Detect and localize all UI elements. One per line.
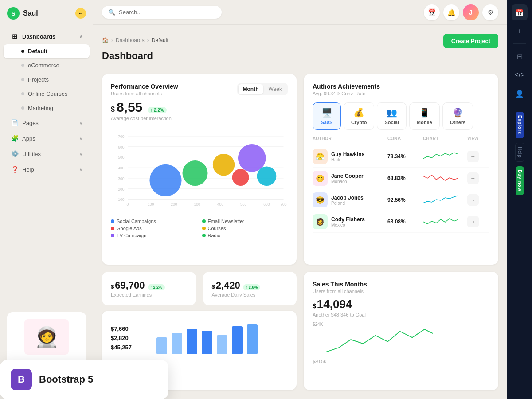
sidebar-item-label: eCommerce — [28, 62, 59, 69]
mini-chart — [423, 172, 458, 185]
svg-text:700: 700 — [280, 202, 287, 207]
legend-dot — [202, 227, 206, 230]
sidebar-item-online-courses[interactable]: Online Courses — [4, 87, 90, 101]
author-country: Poland — [331, 201, 364, 206]
col-view: VIEW — [467, 136, 489, 141]
perf-title: Performance Overview — [111, 83, 178, 90]
view-button[interactable]: → — [467, 172, 479, 184]
authors-card: Authors Achievements Avg. 69.34% Conv. R… — [304, 74, 498, 265]
rs-user-button[interactable]: 👤 — [512, 86, 528, 102]
sales-value: 14,094 — [317, 297, 352, 311]
sidebar-item-label: Default — [28, 48, 47, 55]
rs-code-button[interactable]: </> — [512, 67, 528, 83]
sales-goal: Another $48,346 to Goal — [313, 312, 489, 317]
avatar: 😤 — [313, 149, 328, 164]
topbar: 🔍 📅 🔔 J ⚙ — [93, 0, 507, 25]
sidebar-item-help[interactable]: ❓ Help ∨ — [4, 162, 90, 177]
buynow-button[interactable]: Buy now — [516, 166, 524, 195]
author-name: Jane Cooper — [331, 173, 364, 179]
right-sidebar: 📅 ＋ ⊞ </> 👤 Explore Help Buy now — [507, 0, 532, 399]
mini-chart — [423, 215, 458, 228]
author-tab-mobile[interactable]: 📱 Mobile — [409, 102, 440, 130]
stat-badge: ↑ 2.2% — [148, 284, 165, 290]
authors-table-header: AUTHOR CONV. CHART VIEW — [313, 134, 489, 143]
welcome-illustration: 🧑‍🚀 — [24, 319, 69, 355]
rs-calendar-button[interactable]: 📅 — [512, 4, 528, 20]
calendar-button[interactable]: 📅 — [424, 4, 440, 20]
rs-grid-button[interactable]: ⊞ — [512, 48, 528, 64]
create-project-button[interactable]: Create Project — [443, 34, 498, 48]
search-icon: 🔍 — [108, 9, 115, 16]
rs-add-button[interactable]: ＋ — [512, 23, 528, 39]
tab-week[interactable]: Week — [264, 84, 286, 94]
main-content: 🔍 📅 🔔 J ⚙ 🏠 › Dashboards › Default Creat… — [93, 0, 507, 399]
author-country: Monaco — [331, 179, 364, 184]
sidebar-item-utilities[interactable]: ⚙️ Utilities ∨ — [4, 146, 90, 161]
app-name: Saul — [23, 9, 38, 17]
author-tab-saas[interactable]: 🖥️ SaaS — [313, 102, 341, 130]
svg-rect-24 — [187, 329, 197, 354]
user-avatar[interactable]: J — [463, 4, 479, 20]
search-input[interactable] — [119, 9, 215, 16]
explore-button[interactable]: Explore — [516, 112, 524, 138]
stat-value: 69,700 — [115, 280, 145, 291]
help-button[interactable]: Help — [515, 143, 524, 162]
rs-divider — [513, 106, 526, 106]
author-tab-others[interactable]: 🔮 Others — [442, 102, 473, 130]
notifications-button[interactable]: 🔔 — [443, 4, 459, 20]
view-button[interactable]: → — [467, 216, 479, 227]
metric-value: 8,55 — [117, 100, 142, 115]
svg-rect-28 — [247, 324, 258, 354]
dashboards-icon: ⊞ — [11, 32, 19, 40]
svg-rect-27 — [232, 326, 243, 354]
sidebar-item-marketing[interactable]: Marketing — [4, 101, 90, 115]
bootstrap-text: Bootstrap 5 — [39, 374, 93, 385]
utilities-icon: ⚙️ — [11, 150, 19, 158]
author-tab-crypto[interactable]: 💰 Crypto — [344, 102, 374, 130]
sidebar-item-pages[interactable]: 📄 Pages ∨ — [4, 115, 90, 130]
metric-currency: $ — [111, 106, 115, 113]
nav-dot — [21, 78, 24, 81]
stats-row: $ 69,700 ↑ 2.2% Expected Earnings $ 2,42… — [102, 272, 297, 305]
bubble-email — [183, 160, 208, 186]
svg-text:700: 700 — [118, 134, 125, 139]
nav-dot — [21, 92, 24, 95]
sidebar-toggle-button[interactable]: ← — [75, 8, 86, 19]
sidebar-item-ecommerce[interactable]: eCommerce — [4, 59, 90, 72]
tab-month[interactable]: Month — [239, 84, 263, 94]
view-button[interactable]: → — [467, 194, 479, 206]
sidebar-item-dashboards[interactable]: ⊞ Dashboards ∧ — [4, 29, 90, 44]
sidebar-item-projects[interactable]: Projects — [4, 73, 90, 86]
sidebar-item-label: Projects — [28, 76, 49, 83]
stat-card-earnings: $ 69,700 ↑ 2.2% Expected Earnings — [102, 272, 196, 305]
legend-dot — [202, 219, 206, 223]
bubble-courses — [238, 144, 266, 172]
nav-dot — [21, 106, 24, 110]
sidebar-item-default[interactable]: Default — [4, 44, 90, 58]
sales-currency: $ — [313, 302, 316, 309]
svg-text:500: 500 — [240, 202, 247, 207]
sales-subtitle: Users from all channels — [313, 289, 489, 294]
grid-button[interactable]: ⚙ — [482, 4, 498, 20]
table-row: 🧔 Cody Fishers Mexico 63.08% → — [313, 211, 489, 233]
avatar: 🧔 — [313, 214, 328, 229]
svg-text:300: 300 — [118, 176, 125, 181]
y-label-low: $20.5K — [313, 359, 489, 364]
saas-icon: 🖥️ — [321, 107, 332, 118]
sales-card: Sales This Months Users from all channel… — [304, 272, 498, 391]
author-country: Mexico — [331, 223, 365, 227]
mobile-icon: 📱 — [419, 107, 430, 118]
breadcrumb-dashboards[interactable]: Dashboards — [116, 37, 145, 43]
chevron-icon: ∨ — [79, 152, 82, 156]
author-tab-social[interactable]: 👥 Social — [377, 102, 406, 130]
sidebar-item-apps[interactable]: 🧩 Apps ∨ — [4, 131, 90, 146]
help-icon: ❓ — [11, 165, 19, 173]
legend-label: Email Newsletter — [208, 219, 245, 224]
topbar-right: 📅 🔔 J ⚙ — [424, 4, 498, 20]
stat-item: $2,820 — [111, 335, 132, 341]
view-button[interactable]: → — [467, 151, 479, 162]
sidebar: S Saul ← ⊞ Dashboards ∧ Default eCommerc… — [0, 0, 93, 399]
sidebar-item-label: Online Courses — [28, 90, 68, 97]
svg-text:100: 100 — [148, 202, 154, 207]
author-conv: 63.83% — [387, 175, 423, 181]
